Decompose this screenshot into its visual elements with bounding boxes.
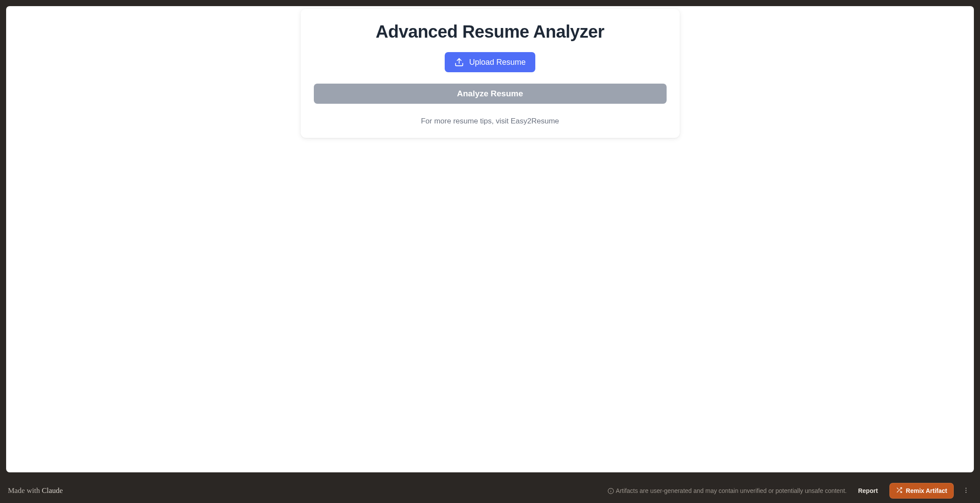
tips-link[interactable]: Easy2Resume <box>511 117 559 125</box>
canvas: Advanced Resume Analyzer Upload Resume A… <box>6 6 974 472</box>
info-icon <box>608 488 614 494</box>
page-title: Advanced Resume Analyzer <box>376 22 604 42</box>
tips-prefix: For more resume tips, visit <box>421 117 511 125</box>
more-options-button[interactable] <box>960 485 972 497</box>
disclaimer-text: Artifacts are user-generated and may con… <box>616 487 847 494</box>
svg-point-9 <box>966 492 966 492</box>
report-button[interactable]: Report <box>853 484 883 498</box>
made-with-prefix: Made with <box>8 486 42 495</box>
remix-artifact-button[interactable]: Remix Artifact <box>889 483 954 499</box>
made-with-label: Made with Claude <box>8 486 63 495</box>
bottom-bar: Made with Claude Artifacts are user-gene… <box>0 478 980 503</box>
disclaimer: Artifacts are user-generated and may con… <box>608 487 847 494</box>
app-frame: Advanced Resume Analyzer Upload Resume A… <box>0 0 980 478</box>
upload-icon <box>454 57 464 67</box>
bottom-bar-right: Artifacts are user-generated and may con… <box>608 483 972 499</box>
made-with-brand: Claude <box>42 486 63 495</box>
remix-button-label: Remix Artifact <box>906 487 947 494</box>
analyze-button-label: Analyze Resume <box>457 89 523 98</box>
shuffle-icon <box>896 487 903 495</box>
main-card: Advanced Resume Analyzer Upload Resume A… <box>301 9 680 138</box>
kebab-icon <box>962 487 969 495</box>
svg-point-8 <box>966 489 966 490</box>
report-button-label: Report <box>858 487 878 494</box>
tips-footer: For more resume tips, visit Easy2Resume <box>421 117 559 126</box>
upload-button-label: Upload Resume <box>469 58 526 67</box>
svg-line-6 <box>897 488 898 489</box>
upload-resume-button[interactable]: Upload Resume <box>445 52 535 72</box>
svg-point-7 <box>966 488 966 489</box>
analyze-resume-button[interactable]: Analyze Resume <box>314 84 667 104</box>
